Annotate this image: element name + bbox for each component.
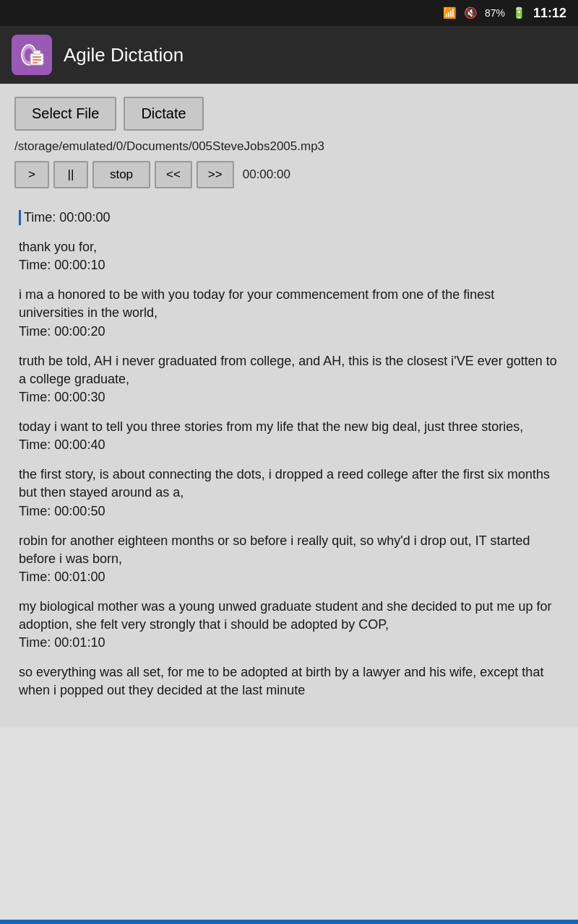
transcript-text: thank you for, — [19, 238, 559, 256]
transcript-time: Time: 00:01:00 — [19, 570, 559, 585]
transcript-time: Time: 00:01:10 — [19, 635, 559, 650]
forward-button[interactable]: >> — [197, 161, 234, 188]
pause-button[interactable]: || — [53, 161, 88, 188]
transcript: Time: 00:00:00thank you for,Time: 00:00:… — [14, 201, 564, 720]
app-icon — [12, 35, 52, 75]
dictate-button[interactable]: Dictate — [124, 97, 203, 131]
transcript-time: Time: 00:00:30 — [19, 390, 559, 405]
app-header: Agile Dictation — [0, 26, 578, 84]
time-display: 00:00:00 — [243, 167, 290, 182]
bluetooth-icon: 📶 — [443, 6, 457, 19]
transcript-segment: today i want to tell you three stories f… — [19, 418, 559, 453]
mute-icon: 🔇 — [464, 6, 478, 19]
playback-controls: > || stop << >> 00:00:00 — [14, 161, 564, 188]
clock: 11:12 — [533, 6, 566, 21]
battery-level: 87% — [485, 7, 505, 19]
status-bar: 📶 🔇 87% 🔋 11:12 — [0, 0, 578, 26]
transcript-time: Time: 00:00:20 — [19, 324, 559, 339]
transcript-time-cursor: Time: 00:00:00 — [19, 210, 559, 225]
transcript-text: truth be told, AH i never graduated from… — [19, 352, 559, 388]
select-file-button[interactable]: Select File — [14, 97, 116, 131]
transcript-segment: Time: 00:00:00 — [19, 210, 559, 225]
stop-button[interactable]: stop — [92, 161, 150, 188]
bottom-bar — [0, 920, 578, 924]
transcript-segment: thank you for,Time: 00:00:10 — [19, 238, 559, 273]
transcript-time: Time: 00:00:40 — [19, 437, 559, 453]
transcript-segment: the first story, is about connecting the… — [19, 466, 559, 518]
toolbar: Select File Dictate — [14, 97, 564, 131]
transcript-time: Time: 00:00:10 — [19, 258, 559, 273]
transcript-text: my biological mother was a young unwed g… — [19, 598, 559, 634]
battery-icon: 🔋 — [512, 6, 526, 19]
transcript-text: today i want to tell you three stories f… — [19, 418, 559, 436]
main-content: Select File Dictate /storage/emulated/0/… — [0, 84, 578, 728]
transcript-time: Time: 00:00:50 — [19, 504, 559, 519]
transcript-text: the first story, is about connecting the… — [19, 466, 559, 502]
transcript-text: robin for another eighteen months or so … — [19, 532, 559, 568]
app-title: Agile Dictation — [64, 44, 184, 66]
transcript-text: so everything was all set, for me to be … — [19, 663, 559, 699]
transcript-segment: truth be told, AH i never graduated from… — [19, 352, 559, 405]
rewind-button[interactable]: << — [155, 161, 192, 188]
transcript-text: i ma a honored to be with you today for … — [19, 286, 559, 322]
play-button[interactable]: > — [14, 161, 49, 188]
transcript-segment: my biological mother was a young unwed g… — [19, 598, 559, 650]
file-path: /storage/emulated/0/Documents/005SteveJo… — [14, 139, 564, 154]
svg-rect-3 — [33, 51, 40, 54]
transcript-segment: so everything was all set, for me to be … — [19, 663, 559, 699]
transcript-segment: i ma a honored to be with you today for … — [19, 286, 559, 339]
transcript-segment: robin for another eighteen months or so … — [19, 532, 559, 585]
